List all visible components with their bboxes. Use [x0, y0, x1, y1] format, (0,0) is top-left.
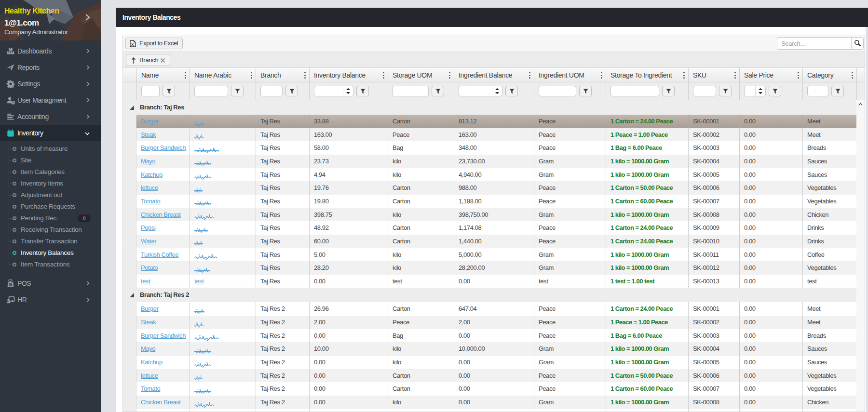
svg-text:x: x	[131, 42, 134, 47]
